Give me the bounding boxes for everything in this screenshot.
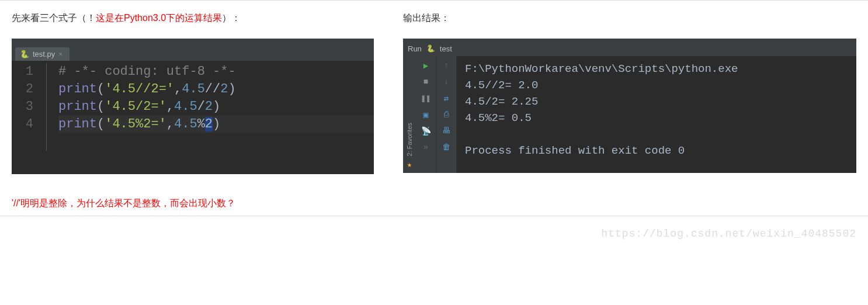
- line-number: 1: [12, 63, 36, 81]
- code-editor: 🐍 test.py × 1234 # -*- coding: utf-8 -*-…: [12, 39, 374, 174]
- run-config-name: test: [440, 44, 452, 53]
- stop-icon[interactable]: ■: [421, 77, 430, 86]
- intro-text: 先来看三个式子（！这是在Python3.0下的运算结果）：: [12, 12, 374, 25]
- code-line: print('4.5%2=',4.5%2): [58, 116, 374, 133]
- trash-icon[interactable]: 🗑: [442, 143, 451, 152]
- up-icon[interactable]: ↑: [442, 61, 451, 70]
- line-number-gutter: 1234: [12, 63, 47, 151]
- run-header: Run 🐍 test: [403, 41, 856, 56]
- intro-suffix: ）：: [222, 13, 241, 23]
- run-toolbar-primary: ▶ ■ ❚❚ ▣ 📡 »: [416, 56, 436, 173]
- wrap-icon[interactable]: ⇄: [442, 93, 451, 103]
- favorites-sidebar[interactable]: 2: Favorites ★: [403, 56, 416, 173]
- pause-icon[interactable]: ❚❚: [421, 93, 430, 103]
- scroll-icon[interactable]: ⎙: [442, 110, 451, 119]
- favorites-label: 2: Favorites: [406, 123, 413, 156]
- star-icon: ★: [407, 160, 412, 169]
- output-label: 输出结果：: [403, 12, 856, 25]
- code-line: # -*- coding: utf-8 -*-: [58, 64, 236, 79]
- console-output[interactable]: F:\PythonWorkarea\venv\Scripts\python.ex…: [457, 56, 856, 173]
- layout-icon[interactable]: ▣: [421, 110, 430, 119]
- python-config-icon: 🐍: [426, 44, 435, 53]
- run-toolbar-secondary: ↑ ↓ ⇄ ⎙ 🖶 🗑: [436, 56, 457, 173]
- intro-prefix: 先来看三个式子（！: [12, 13, 96, 23]
- code-line: print('4.5/2=',4.5/2): [58, 99, 220, 114]
- satellite-icon[interactable]: 📡: [421, 126, 430, 136]
- run-header-label: Run: [408, 44, 422, 53]
- down-icon[interactable]: ↓: [442, 77, 451, 86]
- code-line: print('4.5//2=',4.5//2): [58, 82, 236, 96]
- intro-emphasis: 这是在Python3.0下的运算结果: [96, 13, 222, 23]
- run-panel: Run 🐍 test 2: Favorites ★ ▶ ■ ❚❚ ▣ 📡: [403, 39, 856, 173]
- watermark: https://blog.csdn.net/weixin_40485502: [0, 216, 868, 242]
- run-icon[interactable]: ▶: [421, 61, 430, 70]
- print-icon[interactable]: 🖶: [442, 126, 451, 136]
- line-number: 3: [12, 98, 36, 116]
- editor-tabbar: 🐍 test.py ×: [12, 43, 374, 61]
- question-text: '//'明明是整除，为什么结果不是整数，而会出现小数？: [0, 180, 868, 216]
- expand-icon[interactable]: »: [421, 143, 430, 152]
- line-number: 4: [12, 116, 36, 133]
- editor-tab[interactable]: 🐍 test.py ×: [15, 47, 70, 61]
- code-lines[interactable]: # -*- coding: utf-8 -*-print('4.5//2=',4…: [47, 63, 374, 151]
- python-file-icon: 🐍: [20, 50, 29, 58]
- tab-filename: test.py: [33, 50, 55, 58]
- close-icon[interactable]: ×: [58, 50, 63, 58]
- line-number: 2: [12, 81, 36, 98]
